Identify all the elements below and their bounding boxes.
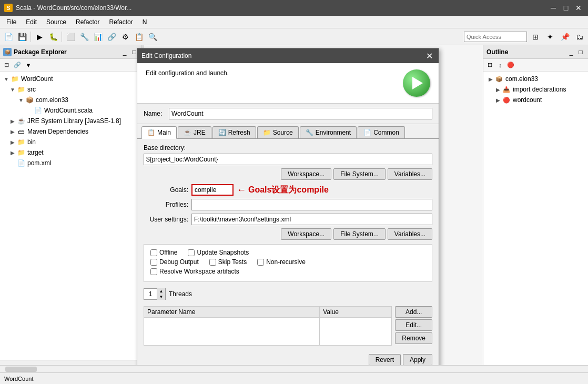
remove-param-btn[interactable]: Remove <box>395 332 432 344</box>
variables-btn-1[interactable]: Variables... <box>388 168 432 180</box>
minimize-button[interactable]: ─ <box>548 3 559 13</box>
user-settings-input[interactable] <box>191 214 432 225</box>
filesystem-btn-1[interactable]: File System... <box>333 168 386 180</box>
outline-item-imports[interactable]: ▶ 📥 import declarations <box>483 84 588 95</box>
toolbar-btn-9[interactable]: 🔍 <box>146 31 159 43</box>
goals-input[interactable] <box>191 184 234 196</box>
toolbar-btn-6[interactable]: 🔗 <box>105 31 118 43</box>
tree-item-bin[interactable]: ▶ 📁 bin <box>0 137 141 147</box>
outline-sort-btn[interactable]: ⊟ <box>484 60 495 70</box>
skip-tests-checkbox[interactable] <box>209 259 216 266</box>
panel-minimize-btn[interactable]: _ <box>120 48 129 56</box>
tab-environment[interactable]: 🔧 Environment <box>300 126 357 138</box>
play-launch-button[interactable] <box>403 69 430 97</box>
checkbox-debug-output[interactable]: Debug Output <box>150 258 199 266</box>
quick-access-input[interactable] <box>464 32 527 42</box>
add-param-btn[interactable]: Add... <box>395 306 432 318</box>
collapse-all-btn[interactable]: ⊟ <box>1 60 12 70</box>
toggle-jre[interactable]: ▶ <box>8 117 17 125</box>
outline-toggle-imports[interactable]: ▶ <box>494 85 502 94</box>
profiles-input[interactable] <box>191 199 432 210</box>
save-button[interactable]: 💾 <box>16 31 28 43</box>
menu-refactor2[interactable]: Refactor <box>105 17 137 27</box>
toggle-wordcount[interactable]: ▼ <box>2 75 11 83</box>
maximize-button[interactable]: □ <box>561 3 571 13</box>
checkbox-non-recursive[interactable]: Non-recursive <box>257 258 306 266</box>
edit-configuration-dialog[interactable]: Edit Configuration ✕ Edit configuration … <box>137 48 439 365</box>
revert-btn[interactable]: Revert <box>369 354 401 365</box>
toggle-maven[interactable]: ▶ <box>8 127 17 136</box>
base-directory-input[interactable] <box>144 154 432 165</box>
workspace-btn-1[interactable]: Workspace... <box>281 168 331 180</box>
view-menu-btn[interactable]: ▼ <box>23 60 34 70</box>
toggle-target[interactable]: ▶ <box>8 148 17 157</box>
toolbar-btn-7[interactable]: ⚙ <box>119 31 131 43</box>
quick-access-btn-3[interactable]: 📌 <box>559 31 571 43</box>
dialog-name-input[interactable] <box>169 108 432 119</box>
debug-output-checkbox[interactable] <box>150 259 157 266</box>
tree-item-target[interactable]: ▶ 📁 target <box>0 147 141 158</box>
left-panel-hscrollbar[interactable] <box>0 360 141 365</box>
outline-minimize-btn[interactable]: _ <box>567 48 575 56</box>
new-button[interactable]: 📄 <box>2 31 15 43</box>
tree-item-src[interactable]: ▼ 📁 src <box>0 84 141 95</box>
menu-refactor[interactable]: Refactor <box>72 17 104 27</box>
tab-jre[interactable]: ☕ JRE <box>178 126 211 138</box>
tab-refresh[interactable]: 🔄 Refresh <box>212 126 256 138</box>
outline-btn-3[interactable]: 🔴 <box>505 60 516 70</box>
toggle-src[interactable]: ▼ <box>8 85 17 94</box>
tree-item-package[interactable]: ▼ 📦 com.elon33 <box>0 95 141 105</box>
checkbox-update-snapshots[interactable]: Update Snapshots <box>188 249 249 256</box>
menu-navigate[interactable]: N <box>138 17 151 27</box>
tree-item-maven[interactable]: ▶ 🗃 Maven Dependencies <box>0 126 141 137</box>
tab-common[interactable]: 📄 Common <box>358 126 405 138</box>
outline-item-package[interactable]: ▶ 📦 com.elon33 <box>483 74 588 84</box>
outline-sort-alpha-btn[interactable]: ↕ <box>495 60 505 70</box>
tab-source[interactable]: 📁 Source <box>257 126 299 138</box>
outline-maximize-btn[interactable]: □ <box>576 48 585 56</box>
dialog-close-button[interactable]: ✕ <box>424 50 434 61</box>
menu-file[interactable]: File <box>2 17 21 27</box>
outline-toggle-wc[interactable]: ▶ <box>494 96 502 104</box>
variables-btn-2[interactable]: Variables... <box>388 228 432 240</box>
threads-up-btn[interactable]: ▲ <box>157 288 165 294</box>
toggle-scala[interactable] <box>25 106 34 115</box>
close-window-button[interactable]: ✕ <box>573 3 584 13</box>
apply-btn[interactable]: Apply <box>403 354 432 365</box>
toolbar-btn-3[interactable]: ⬜ <box>64 31 77 43</box>
toggle-bin[interactable]: ▶ <box>8 138 17 146</box>
tree-item-scala-file[interactable]: 📄 WordCount.scala <box>0 105 141 116</box>
checkbox-offline[interactable]: Offline <box>150 249 177 256</box>
tree-item-wordcount[interactable]: ▼ 📁 WordCount <box>0 74 141 84</box>
threads-spinner[interactable]: 1 ▲ ▼ <box>144 288 166 300</box>
left-hscroll-track[interactable] <box>0 366 294 372</box>
toolbar-btn-8[interactable]: 📋 <box>133 31 145 43</box>
toolbar-btn-5[interactable]: 📊 <box>92 31 104 43</box>
tree-item-jre[interactable]: ▶ ☕ JRE System Library [JavaSE-1.8] <box>0 116 141 126</box>
edit-param-btn[interactable]: Edit... <box>395 319 432 331</box>
toggle-pom[interactable] <box>8 159 17 167</box>
outline-item-wordcount[interactable]: ▶ 🔴 wordcount <box>483 95 588 105</box>
run-button[interactable]: ▶ <box>33 31 46 43</box>
menu-edit[interactable]: Edit <box>22 17 41 27</box>
update-snapshots-checkbox[interactable] <box>188 249 195 256</box>
toggle-package[interactable]: ▼ <box>17 96 25 104</box>
tab-main[interactable]: 📋 Main <box>141 126 177 139</box>
quick-access-btn-4[interactable]: 🗂 <box>573 31 586 43</box>
link-editor-btn[interactable]: 🔗 <box>12 60 23 70</box>
workspace-btn-2[interactable]: Workspace... <box>281 228 331 240</box>
right-hscroll-track[interactable] <box>294 366 588 372</box>
tree-item-pom[interactable]: 📄 pom.xml <box>0 158 141 168</box>
quick-access-btn-1[interactable]: ⊞ <box>529 31 542 43</box>
left-hscroll-thumb[interactable] <box>5 367 37 372</box>
filesystem-btn-2[interactable]: File System... <box>333 228 386 240</box>
non-recursive-checkbox[interactable] <box>257 259 264 266</box>
offline-checkbox[interactable] <box>150 249 157 256</box>
resolve-workspace-checkbox[interactable] <box>150 268 157 275</box>
checkbox-skip-tests[interactable]: Skip Tests <box>209 258 247 266</box>
debug-button[interactable]: 🐛 <box>47 31 59 43</box>
quick-access-btn-2[interactable]: ✦ <box>544 31 556 43</box>
menu-source[interactable]: Source <box>42 17 70 27</box>
outline-toggle-package[interactable]: ▶ <box>486 75 495 83</box>
threads-down-btn[interactable]: ▼ <box>157 294 165 300</box>
